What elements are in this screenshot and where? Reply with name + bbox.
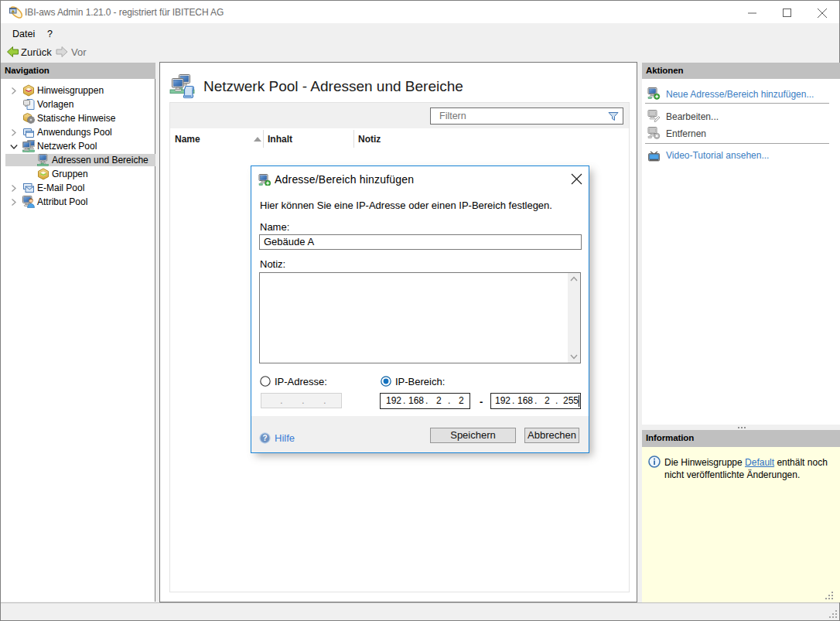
svg-text:?: ? [262,434,267,442]
